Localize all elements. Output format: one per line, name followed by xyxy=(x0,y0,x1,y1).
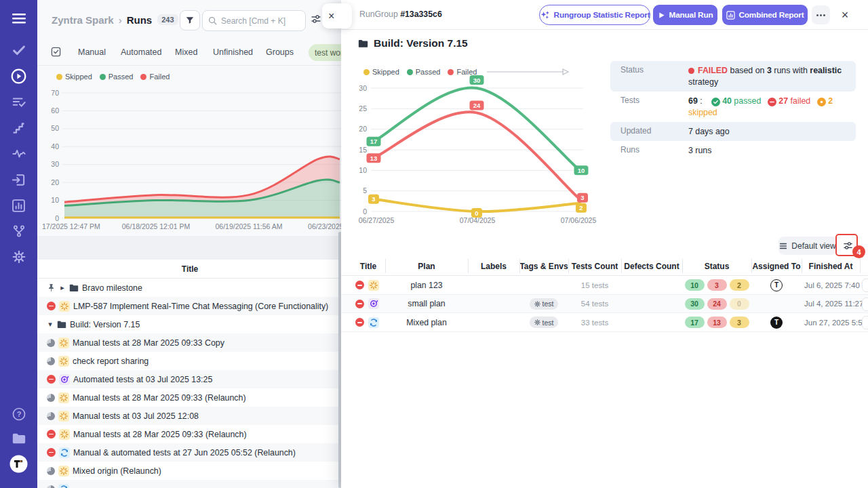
list-item[interactable]: check report sharing xyxy=(37,352,342,370)
legend-item-passed[interactable]: Passed xyxy=(100,73,134,81)
list-item[interactable]: Manual & automated tests at 27 Jun 2025 … xyxy=(37,443,342,462)
sidebar-item-check[interactable] xyxy=(0,41,37,59)
blocked-icon xyxy=(47,302,56,310)
svg-text:13: 13 xyxy=(370,155,378,162)
list-item[interactable]: Mixed origin (Relaunch) xyxy=(37,462,342,480)
pin-icon xyxy=(47,283,56,292)
column-header-plan[interactable]: Plan xyxy=(385,256,468,276)
row-actions-button[interactable] xyxy=(862,279,868,292)
left-panel-header: Zyntra Spark›Runs243 Search [Cmd + K] xyxy=(37,0,342,39)
column-header-title[interactable]: Title xyxy=(351,256,385,276)
svg-text:30: 30 xyxy=(51,160,59,168)
steps-icon xyxy=(12,121,26,136)
list-item[interactable]: Manual tests at 03 Jul 2025 12:08 xyxy=(37,407,342,425)
sidebar-item-play-circle[interactable] xyxy=(0,67,37,85)
list-item-title: Bravo milestone xyxy=(82,283,142,293)
tab-automated[interactable]: Automated xyxy=(121,47,161,57)
tab-mixed[interactable]: Mixed xyxy=(175,47,197,57)
tab-groups[interactable]: Groups xyxy=(266,47,294,57)
play-icon xyxy=(658,12,665,19)
svg-text:06/18/2025 12:01 PM: 06/18/2025 12:01 PM xyxy=(122,222,190,230)
caret-right-icon[interactable]: ▸ xyxy=(59,283,66,292)
filter-button[interactable] xyxy=(180,10,200,30)
search-icon xyxy=(208,16,217,25)
cell-assigned-to: T xyxy=(751,276,802,295)
sidebar-item-steps[interactable] xyxy=(0,119,37,137)
column-header-assigned-to[interactable]: Assigned To xyxy=(751,256,802,276)
drawer-close-icon[interactable]: × xyxy=(838,7,852,22)
svg-text:0: 0 xyxy=(55,214,59,222)
column-header-defects-count[interactable]: Defects Count xyxy=(621,256,682,276)
folder-icon xyxy=(358,39,368,48)
select-all-icon[interactable] xyxy=(51,47,61,57)
tab-manual[interactable]: Manual xyxy=(78,47,106,57)
rungroup-statistic-report-button[interactable]: Rungroup Statistic Report xyxy=(539,5,650,25)
sidebar-item-bar-chart[interactable] xyxy=(0,197,37,214)
list-item[interactable]: Manual tests at 28 Mar 2025 09:33 (Relau… xyxy=(37,388,342,407)
svg-text:07/04/2025: 07/04/2025 xyxy=(460,216,496,224)
svg-text:3: 3 xyxy=(372,195,375,203)
sidebar-item-menu[interactable] xyxy=(0,9,37,27)
list-header-title: Title xyxy=(37,260,342,279)
sidebar: ? xyxy=(0,0,37,488)
list-item[interactable]: Automated tests at 03 Jul 2025 13:25 xyxy=(37,370,342,388)
cell-tags: test xyxy=(519,313,568,332)
column-header-status[interactable]: Status xyxy=(682,256,751,276)
table-row[interactable]: Mixed plantest33 tests17133TJun 27, 2025… xyxy=(341,313,868,332)
row-actions-button[interactable] xyxy=(862,298,868,311)
column-header-labels[interactable]: Labels xyxy=(468,256,519,276)
blocked-icon xyxy=(355,318,364,327)
breadcrumb-section: Runs xyxy=(127,14,153,26)
svg-text:2: 2 xyxy=(579,204,583,211)
sidebar-item-branch[interactable] xyxy=(0,222,37,240)
breadcrumb-project[interactable]: Zyntra Spark xyxy=(52,14,114,26)
panel-close-button[interactable]: × xyxy=(322,3,352,28)
list-item[interactable]: ▾Build: Version 7.15 xyxy=(37,315,342,333)
sidebar-item-list-check[interactable] xyxy=(0,94,37,111)
table-row[interactable]: plan 12315 tests1032TJul 6, 2025 7:40 xyxy=(341,276,868,295)
detail-row: Runs3 runs xyxy=(610,141,856,160)
row-actions-button[interactable] xyxy=(862,316,868,329)
more-actions-button[interactable] xyxy=(812,5,830,24)
legend-item-failed[interactable]: Failed xyxy=(140,73,170,81)
folder-icon xyxy=(69,284,79,292)
list-item[interactable]: LMP-587 Implement Real-Time Chat Messagi… xyxy=(37,297,342,315)
manual-icon xyxy=(59,429,70,440)
column-header-tags-envs[interactable]: Tags & Envs xyxy=(519,256,568,276)
progress-icon xyxy=(47,485,55,488)
runs-tabs: ManualAutomatedMixedUnfinishedGroups tes… xyxy=(37,39,342,66)
avatar-icon xyxy=(9,455,28,473)
cell-tests-count: 54 tests xyxy=(568,295,621,314)
svg-text:30: 30 xyxy=(473,77,481,84)
manual-run-button[interactable]: Manual Run xyxy=(653,5,717,25)
sidebar-item-avatar[interactable] xyxy=(0,455,37,472)
legend-dot xyxy=(100,74,106,80)
column-header-finished-at[interactable]: Finished At xyxy=(802,256,860,276)
tab-unfinished[interactable]: Unfinished xyxy=(213,47,253,57)
list-item[interactable]: Manual tests at 28 Mar 2025 09:33 Copy xyxy=(37,333,342,352)
mixed-icon xyxy=(368,317,379,328)
tag-filter-pill[interactable]: test work xyxy=(309,44,342,61)
columns-settings-icon[interactable] xyxy=(311,14,321,24)
sidebar-item-gear[interactable] xyxy=(0,248,37,266)
caret-down-icon[interactable]: ▾ xyxy=(47,320,54,329)
list-item[interactable]: ▸Bravo milestone xyxy=(37,279,342,297)
pulse-icon xyxy=(12,146,26,161)
mixed-icon xyxy=(58,484,69,488)
list-item-title: Manual tests at 28 Mar 2025 09:33 (Relau… xyxy=(73,393,246,403)
manual-icon xyxy=(58,392,69,403)
search-input[interactable]: Search [Cmd + K] xyxy=(202,10,306,31)
detail-label: Updated xyxy=(610,122,688,141)
sidebar-item-exit-box[interactable] xyxy=(0,171,37,188)
sidebar-item-help[interactable]: ? xyxy=(0,405,37,423)
list-item[interactable] xyxy=(37,480,342,488)
sidebar-item-pulse[interactable] xyxy=(0,145,37,163)
legend-item-skipped[interactable]: Skipped xyxy=(56,73,92,81)
column-header-tests-count[interactable]: Tests Count xyxy=(568,256,621,276)
list-item[interactable]: Manual tests at 28 Mar 2025 09:33 (Relau… xyxy=(37,425,342,443)
default-view-button[interactable]: Default view xyxy=(778,237,837,255)
combined-report-button[interactable]: Combined Report xyxy=(722,5,808,25)
help-icon: ? xyxy=(12,407,26,422)
table-row[interactable]: small plantest54 tests30240Jul 4, 2025 1… xyxy=(341,295,868,314)
sidebar-item-folder[interactable] xyxy=(0,430,37,447)
